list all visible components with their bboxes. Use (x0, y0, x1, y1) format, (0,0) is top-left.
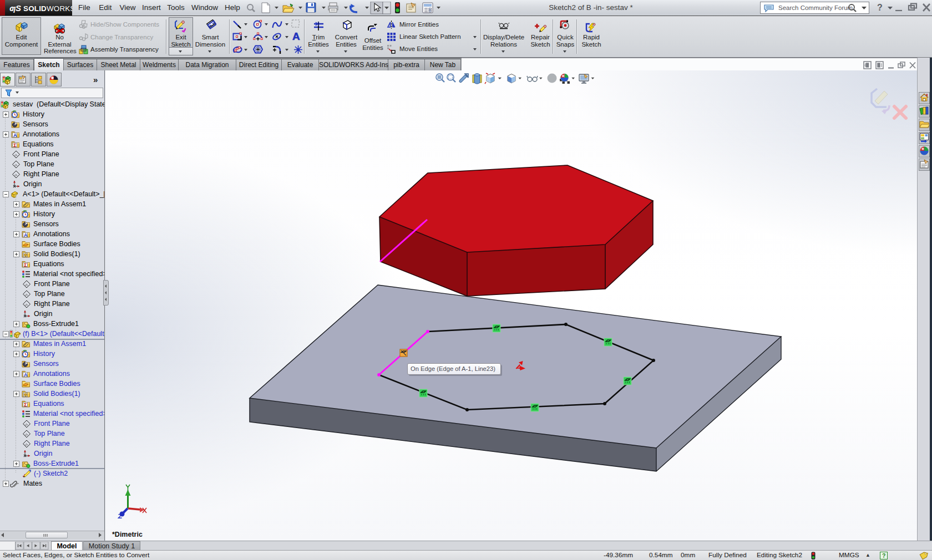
svg-text:On Edge (Edge of A-1, Line23): On Edge (Edge of A-1, Line23) (411, 365, 495, 372)
svg-text:?: ? (882, 552, 885, 559)
svg-text:SOLIDWORKS: SOLIDWORKS (23, 4, 72, 13)
svg-text:ƣS: ƣS (9, 3, 21, 13)
